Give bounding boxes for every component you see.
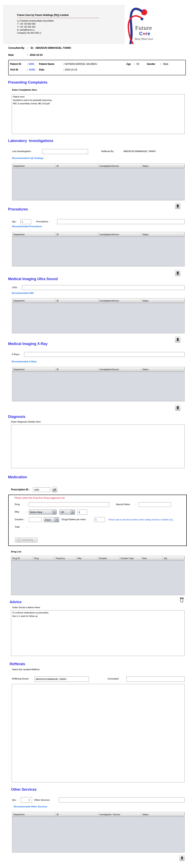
clear-xray-table-button[interactable] — [175, 405, 180, 411]
uss-table-header: Department ID Investigation/Service Stat… — [12, 299, 184, 303]
recommended-xrays-link[interactable]: Recommended X-Rays — [12, 360, 37, 363]
total-label: Total — [15, 526, 20, 528]
lab-investigation-input[interactable] — [42, 149, 88, 154]
uss-input[interactable] — [22, 285, 185, 290]
uss-col-status[interactable]: Status — [141, 299, 184, 303]
xray-col-investigation[interactable]: Investigation/Service — [98, 367, 141, 372]
clear-uss-table-button[interactable] — [175, 337, 180, 343]
add-drug-button[interactable]: + Add Drug — [15, 537, 38, 542]
drug-colon: : — [26, 503, 27, 505]
drug-col-note[interactable]: Note — [141, 556, 163, 560]
lab-col-department[interactable]: Department — [12, 164, 55, 168]
xray-col-department[interactable]: Department — [12, 367, 55, 372]
procedures-table: Department ID Investigation/Service Stat… — [12, 232, 185, 267]
section-title-ultrasound: Medical Imaging Ultra Sound — [8, 277, 58, 281]
drug-col-qty[interactable]: Qty — [163, 556, 184, 560]
times-per-day-input[interactable] — [77, 509, 87, 515]
special-notes-input[interactable] — [139, 502, 171, 507]
xray-col-status[interactable]: Status — [141, 367, 184, 372]
lab-col-id[interactable]: ID — [55, 164, 98, 168]
other-col-status[interactable]: Status — [141, 812, 184, 817]
lab-col-investigation[interactable]: Investigation/Service — [98, 164, 141, 168]
diagnosis-textarea[interactable] — [11, 425, 185, 468]
recommended-procedures-link[interactable]: Recommended Procedures — [12, 225, 42, 227]
section-title-advice: Advice — [10, 600, 22, 604]
drug-col-drug[interactable]: Drug — [33, 556, 55, 560]
other-col-id[interactable]: ID — [55, 812, 98, 817]
uss-label: USS : — [12, 286, 18, 288]
recommended-lab-testings-link[interactable]: Recommended Lab Testings — [12, 157, 43, 159]
other-qty-input[interactable] — [21, 797, 32, 803]
recommended-other-services-link[interactable]: Recommended Other Services — [14, 805, 47, 808]
letterhead-divider — [17, 18, 99, 18]
referral-list-box[interactable] — [12, 684, 185, 782]
xray-label: X-Rays : — [12, 353, 21, 355]
section-title-diagnosis: Diagnosis — [8, 415, 25, 419]
trash-icon — [176, 406, 179, 410]
refresh-prescription-button[interactable] — [52, 487, 57, 492]
date-label: Date — [8, 54, 14, 56]
way-select-value: Before Meal — [29, 511, 52, 513]
per-meal-input[interactable] — [94, 517, 105, 522]
drug-input[interactable] — [29, 502, 109, 507]
trash-icon — [176, 271, 179, 275]
uss-col-department[interactable]: Department — [12, 299, 55, 303]
drug-col-duration[interactable]: Duration — [98, 556, 120, 560]
xray-input[interactable] — [24, 352, 185, 357]
logo-wordmark-future: Future — [135, 24, 152, 31]
procedures-col-investigation[interactable]: Investigation/Service — [98, 232, 141, 237]
lab-col-status[interactable]: Status — [141, 164, 184, 168]
procedures-col-id[interactable]: ID — [55, 232, 98, 237]
uss-col-id[interactable]: ID — [55, 299, 98, 303]
patient-name-colon: : — [63, 63, 64, 65]
procedures-input[interactable] — [57, 219, 185, 224]
clear-procedures-table-button[interactable] — [175, 270, 180, 276]
procedures-label: Procedures : — [36, 220, 49, 223]
duration-input[interactable] — [29, 517, 42, 522]
drug-col-frequency[interactable]: Fequency — [54, 556, 76, 560]
clear-drug-list-button[interactable] — [179, 596, 185, 603]
visit-id-value: 16461 — [29, 68, 35, 71]
other-col-investigation[interactable]: Investigation / Service — [98, 812, 141, 817]
drug-col-duration-type[interactable]: Duration Type — [119, 556, 141, 560]
clear-lab-table-button[interactable] — [175, 203, 180, 209]
company-phone-1: T: +24 82 593 593 — [17, 23, 35, 25]
advice-hint: Enter Doctor's Advice Here — [12, 606, 40, 609]
way-select[interactable]: Before Meal ▼ — [29, 509, 57, 515]
advice-textarea[interactable]: To continue medications as prescribed. S… — [11, 610, 185, 656]
xray-col-id[interactable]: ID — [55, 367, 98, 372]
drug-col-id[interactable]: Drug ID — [11, 556, 33, 560]
lab-table-header: Department ID Investigation/Service Stat… — [12, 164, 184, 168]
plus-icon: + — [17, 538, 21, 542]
consultant-input[interactable] — [126, 677, 185, 682]
frequency-select[interactable]: OD ▼ — [59, 509, 75, 515]
special-notes-label: Special Notes — [116, 503, 130, 505]
procedures-qty-input[interactable] — [21, 219, 31, 224]
procedures-col-status[interactable]: Status — [141, 232, 184, 237]
patient-name-label: Patient Name — [39, 63, 54, 65]
section-title-xray: Medical Imaging X-Ray — [8, 342, 47, 346]
clear-other-services-table-button[interactable] — [180, 855, 185, 861]
logo-tagline: Body Mind Soul — [135, 37, 153, 41]
trash-icon — [176, 204, 179, 208]
date-colon: : — [27, 54, 28, 56]
company-phone-2: T: +24 84 225 252 — [17, 26, 35, 28]
patient-summary-bar: Patient ID : 8394 Patient Name : NAYMAN … — [8, 60, 186, 75]
referring-doctor-input[interactable] — [34, 677, 89, 682]
duration-unit-select[interactable]: Day/s ▼ — [44, 517, 59, 522]
section-title-referrals: Refferals — [10, 662, 25, 666]
complaints-textarea[interactable]: Patient seen Symptoms said to be gradual… — [12, 94, 185, 134]
uss-col-investigation[interactable]: Investigation/Service — [98, 299, 141, 303]
prescription-id-input[interactable] — [33, 487, 50, 492]
other-services-input[interactable] — [59, 797, 185, 803]
lab-results-table: Department ID Investigation/Service Stat… — [12, 163, 185, 200]
age-colon: : — [134, 63, 135, 65]
other-col-department[interactable]: Department — [12, 812, 55, 817]
drug-col-way[interactable]: Way — [76, 556, 98, 560]
recommended-uss-link[interactable]: Recommended USS — [12, 292, 34, 294]
section-title-procedures: Procedures — [8, 207, 28, 212]
visit-id-colon: : — [27, 68, 28, 71]
drug-label: Drug — [15, 503, 20, 505]
heart-icon: ♥ — [143, 32, 145, 36]
procedures-col-department[interactable]: Department — [12, 232, 55, 237]
